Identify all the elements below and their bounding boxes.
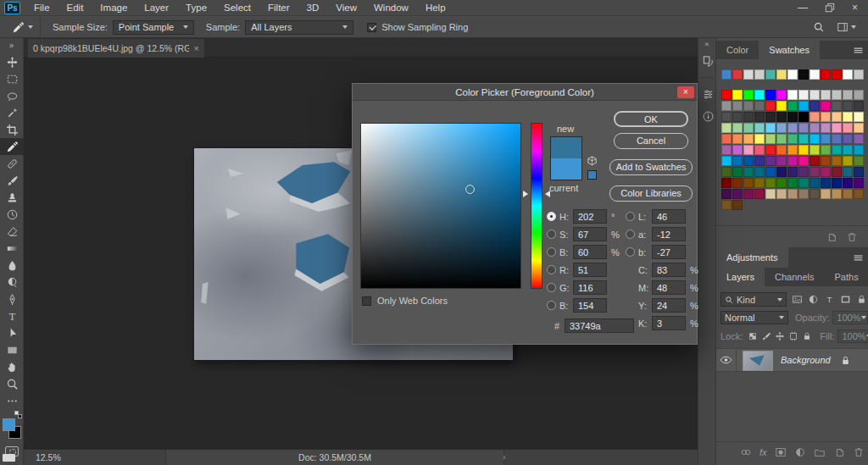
swatch[interactable] (732, 167, 743, 177)
tab-channels[interactable]: Channels (765, 268, 824, 286)
swatch[interactable] (776, 156, 787, 166)
swatch[interactable] (721, 178, 732, 188)
zoom-tool[interactable] (0, 375, 24, 392)
swatch[interactable] (732, 69, 743, 80)
swatch[interactable] (843, 69, 853, 80)
swatch[interactable] (776, 145, 787, 155)
swatch[interactable] (821, 112, 831, 122)
menu-help[interactable]: Help (417, 0, 454, 16)
hand-tool[interactable] (0, 358, 24, 375)
filter-kind-select[interactable]: Kind (721, 292, 787, 307)
type-tool[interactable]: T (0, 307, 24, 324)
swatch[interactable] (854, 123, 864, 133)
swatch[interactable] (843, 134, 853, 144)
link-layers-icon[interactable] (740, 446, 752, 458)
swatch[interactable] (721, 123, 732, 133)
swatch[interactable] (843, 123, 853, 133)
swatch[interactable] (821, 134, 831, 144)
swatch[interactable] (787, 178, 798, 188)
tab-swatches[interactable]: Swatches (759, 41, 820, 59)
swatch[interactable] (854, 69, 864, 80)
screen-mode-icon[interactable] (3, 454, 15, 462)
swatch[interactable] (732, 123, 743, 133)
gradient-tool[interactable] (0, 240, 24, 257)
swatch[interactable] (832, 123, 842, 133)
swatch[interactable] (810, 101, 820, 111)
swatch[interactable] (854, 145, 864, 155)
cancel-button[interactable]: Cancel (614, 133, 688, 149)
restore-button[interactable] (825, 3, 835, 13)
swatch[interactable] (754, 69, 765, 80)
swatch[interactable] (743, 123, 754, 133)
layer-visibility-toggle[interactable] (716, 349, 737, 371)
swatch[interactable] (810, 123, 820, 133)
lab-a-input[interactable]: -12 (652, 227, 686, 241)
swatch[interactable] (798, 156, 809, 166)
swatch[interactable] (832, 189, 842, 199)
swatch[interactable] (721, 90, 732, 100)
dialog-close-button[interactable]: × (677, 86, 694, 98)
swatch[interactable] (765, 145, 776, 155)
blend-mode-select[interactable]: Normal (721, 311, 788, 324)
blue-input[interactable]: 154 (573, 298, 607, 313)
lab-l-input[interactable]: 46 (652, 209, 686, 224)
swatch[interactable] (821, 101, 831, 111)
lab-a-radio[interactable] (626, 230, 635, 239)
swatch[interactable] (843, 167, 853, 177)
dialog-title-bar[interactable]: Color Picker (Foreground Color) (353, 84, 697, 101)
close-window-button[interactable]: × (852, 0, 858, 16)
path-selection-tool[interactable] (0, 324, 24, 341)
status-chevron-icon[interactable]: › (503, 451, 506, 462)
swatch[interactable] (787, 69, 798, 80)
swatch[interactable] (787, 90, 798, 100)
menu-edit[interactable]: Edit (58, 0, 92, 16)
swatch[interactable] (843, 189, 853, 199)
fill-field[interactable]: 100% (837, 329, 868, 343)
swatch[interactable] (754, 112, 765, 122)
swatch[interactable] (832, 69, 842, 80)
document-size-info[interactable]: Doc: 30.5M/30.5M (165, 450, 504, 465)
saturation-radio[interactable] (547, 230, 556, 239)
lasso-tool[interactable] (0, 87, 24, 104)
shape-tool[interactable] (0, 341, 24, 358)
only-web-colors-checkbox[interactable] (362, 296, 371, 306)
dock-collapse-button[interactable]: « (698, 38, 715, 50)
swatch[interactable] (732, 90, 743, 100)
clone-stamp-tool[interactable] (0, 189, 24, 206)
swatch[interactable] (854, 156, 864, 166)
menu-image[interactable]: Image (92, 0, 136, 16)
swatch[interactable] (798, 69, 809, 80)
swatch[interactable] (754, 90, 765, 100)
swatch[interactable] (776, 112, 787, 122)
spot-healing-tool[interactable] (0, 155, 24, 172)
swatch[interactable] (810, 134, 820, 144)
swatch[interactable] (843, 178, 853, 188)
photoshop-logo-icon[interactable]: Ps (4, 2, 20, 14)
close-tab-icon[interactable]: × (194, 43, 199, 53)
hue-input[interactable]: 202 (573, 209, 607, 224)
swatch[interactable] (754, 145, 765, 155)
sample-select[interactable]: All Layers (245, 20, 353, 35)
brush-tool[interactable] (0, 172, 24, 189)
blue-radio[interactable] (547, 301, 556, 310)
swatch[interactable] (721, 134, 732, 144)
new-layer-icon[interactable] (833, 446, 845, 458)
hue-slider-left-arrow[interactable] (523, 191, 528, 197)
swatch[interactable] (832, 134, 842, 144)
lock-transparency-icon[interactable] (748, 331, 758, 341)
swatch[interactable] (843, 90, 853, 100)
swatch[interactable] (843, 156, 853, 166)
swatch[interactable] (765, 178, 776, 188)
swatch[interactable] (743, 178, 754, 188)
swatch[interactable] (721, 200, 732, 210)
default-colors-icon[interactable] (14, 411, 22, 418)
filter-type-icon[interactable]: T (824, 294, 835, 305)
menu-view[interactable]: View (327, 0, 365, 16)
swatch[interactable] (787, 123, 798, 133)
swatch[interactable] (854, 189, 864, 199)
swatch[interactable] (787, 134, 798, 144)
new-swatch-icon[interactable] (826, 231, 837, 243)
swatch[interactable] (765, 101, 776, 111)
swatch[interactable] (798, 112, 809, 122)
zoom-level-field[interactable]: 12.5% (36, 452, 61, 462)
